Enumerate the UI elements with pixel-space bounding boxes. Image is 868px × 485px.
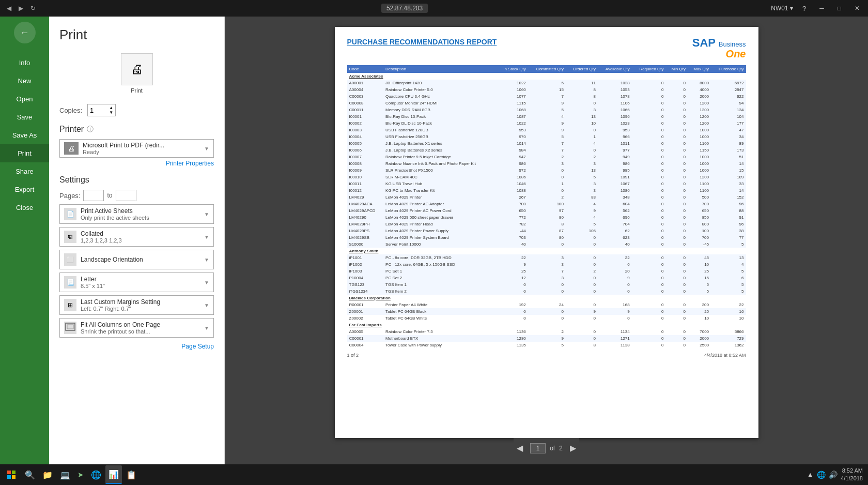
help-icon[interactable]: ? <box>798 4 810 13</box>
print-button[interactable]: 🖨 <box>121 53 153 85</box>
taskbar: 🔍 📁 💻 ➤ 🌐 📊 📋 ▲ 🌐 🔊 8:52 AM 4/1/2018 <box>0 464 868 485</box>
ie-taskbar-icon: 🌐 <box>91 470 101 480</box>
col-available: Available Qty <box>598 65 632 73</box>
content-panel: Print 🖨 Print Copies: ▲ ▼ Printer ⓘ 🖨 <box>49 17 225 464</box>
scaling-dropdown-arrow: ▼ <box>204 325 209 331</box>
next-page-button[interactable]: ▶ <box>567 442 579 454</box>
taskbar-tray: ▲ 🌐 🔊 8:52 AM 4/1/2018 <box>807 467 866 483</box>
taskbar-app-computer[interactable]: 💻 <box>57 465 73 484</box>
minimize-button[interactable]: ─ <box>815 4 828 13</box>
col-minqty: Min Qty <box>666 65 688 73</box>
tray-network-icon[interactable]: 🌐 <box>817 471 826 479</box>
pages-row: Pages: to <box>59 190 214 201</box>
printer-icon-box: 🖨 <box>64 142 79 155</box>
maximize-button[interactable]: □ <box>833 4 845 13</box>
setting-sheets-main: Print Active Sheets <box>81 207 200 215</box>
col-committed: Committed Qty <box>528 65 566 73</box>
footer-page: 1 of 2 <box>347 353 359 358</box>
sidebar-item-new[interactable]: New <box>0 72 49 90</box>
sidebar-item-close[interactable]: Close <box>0 199 49 217</box>
sidebar-item-saveas[interactable]: Save As <box>0 126 49 144</box>
setting-collated-sub: 1,2,3 1,2,3 1,2,3 <box>81 237 200 244</box>
title-bar: ◀ ▶ ↻ 52.87.48.203 NW01 ▾ ? ─ □ ✕ <box>0 0 868 17</box>
col-purchaseqty: Purchase Qty <box>711 65 746 73</box>
report-title: PURCHASE RECOMMENDATIONS REPORT <box>347 37 497 47</box>
scaling-icon <box>64 322 76 334</box>
report-title-text: PURCHASE RECOMMENDATIONS REPORT <box>347 38 497 46</box>
table-row: iTGS1234TGS Item 200000055 <box>347 288 746 295</box>
table-row: P10004PC Set 21230900156 <box>347 275 746 281</box>
pages-label: Pages: <box>59 192 80 200</box>
tray-date-text: 4/1/2018 <box>841 475 863 482</box>
pages-from-input[interactable] <box>83 190 104 201</box>
col-instock: In Stock Qty <box>496 65 528 73</box>
setting-margins[interactable]: ⊞ Last Custom Margins Setting Left: 0.7"… <box>59 295 214 315</box>
close-button[interactable]: ✕ <box>850 4 864 13</box>
sidebar-item-save[interactable]: Save <box>0 108 49 126</box>
svg-rect-2 <box>7 471 11 474</box>
setting-print-sheets[interactable]: 📄 Print Active Sheets Only print the act… <box>59 204 214 224</box>
start-button[interactable] <box>2 465 21 484</box>
printer-info: Microsoft Print to PDF (redir... Ready <box>83 142 200 155</box>
printer-icon: 🖨 <box>131 62 143 77</box>
report-header: PURCHASE RECOMMENDATIONS REPORT SAP Busi… <box>347 37 746 59</box>
table-row: A00001JB. Officeprint 142010225111028008… <box>347 80 746 86</box>
nav-of-label: of <box>550 445 555 452</box>
taskbar-app-search[interactable]: 🔍 <box>22 465 38 484</box>
taskbar-app-misc[interactable]: 📋 <box>123 465 140 484</box>
pages-to-input[interactable] <box>116 190 136 201</box>
setting-paper-sub: 8.5" x 11" <box>81 283 200 289</box>
user-label[interactable]: NW01 ▾ <box>771 5 793 12</box>
table-row: Z00001Tablet PC 64GB Black0099002516 <box>347 308 746 315</box>
info-icon[interactable]: ⓘ <box>87 125 94 134</box>
setting-margins-sub: Left: 0.7" Right: 0.7" <box>81 306 200 312</box>
back-icon[interactable]: ◀ <box>4 4 14 13</box>
sidebar-item-open[interactable]: Open <box>0 90 49 108</box>
tray-volume-icon[interactable]: 🔊 <box>829 471 838 479</box>
tray-expand-icon[interactable]: ▲ <box>807 471 814 479</box>
table-row: iP1002PC - 12x core, 64GB, 5 x 150GB SSD… <box>347 261 746 268</box>
table-row: I00005J.B. Laptop Batteries X1 series101… <box>347 140 746 147</box>
setting-sheets-info: Print Active Sheets Only print the activ… <box>81 207 200 221</box>
setting-paper-size[interactable]: 📃 Letter 8.5" x 11" ▼ <box>59 272 214 292</box>
address-bar[interactable]: 52.87.48.203 <box>381 4 428 13</box>
svg-rect-1 <box>67 325 73 329</box>
setting-scaling[interactable]: Fit All Columns on One Page Shrink the p… <box>59 318 214 338</box>
paper-icon: 📃 <box>64 276 76 289</box>
sheets-icon: 📄 <box>64 208 76 220</box>
col-required: Required Qty <box>632 65 666 73</box>
taskbar-app-ie[interactable]: 🌐 <box>88 465 104 484</box>
setting-collated[interactable]: ⿻ Collated 1,2,3 1,2,3 1,2,3 ▼ <box>59 227 214 247</box>
setting-orientation[interactable]: ⬜ Landscape Orientation ▼ <box>59 250 214 269</box>
sidebar-item-export[interactable]: Export <box>0 180 49 199</box>
orientation-dropdown-arrow: ▼ <box>204 257 209 263</box>
svg-rect-3 <box>12 471 16 474</box>
pages-to-label: to <box>107 192 112 199</box>
refresh-icon[interactable]: ↻ <box>28 4 38 13</box>
taskbar-app-fileexplorer[interactable]: 📁 <box>39 465 56 484</box>
sheets-dropdown-arrow: ▼ <box>204 211 209 217</box>
copies-row: Copies: ▲ ▼ <box>59 104 214 116</box>
taskbar-app-arrow[interactable]: ➤ <box>74 465 87 484</box>
copies-spinner[interactable]: ▲ ▼ <box>109 105 113 115</box>
printer-properties-link[interactable]: Printer Properties <box>59 160 214 167</box>
forward-icon[interactable]: ▶ <box>16 4 26 13</box>
prev-page-button[interactable]: ◀ <box>514 442 526 454</box>
sidebar-item-print[interactable]: Print <box>0 144 49 162</box>
table-row: I00010SLR M-CAM 40C1086051091001200109 <box>347 174 746 180</box>
page-setup-link[interactable]: Page Setup <box>59 343 214 350</box>
sidebar-back-button[interactable]: ← <box>14 22 36 43</box>
copies-input[interactable] <box>90 107 104 114</box>
table-row: Z00002Tablet PC 64GB White0000001010 <box>347 315 746 322</box>
table-row: I00004USB Flashdrive 256GB97051966001000… <box>347 133 746 140</box>
table-row: LM40290LeMon 4029 500 sheet paper drawer… <box>347 214 746 221</box>
page-number-input[interactable] <box>530 443 546 453</box>
copies-label: Copies: <box>59 107 82 114</box>
table-group-header: Anthony Smith <box>347 248 746 254</box>
sap-logo-area: SAP Business One <box>692 37 746 59</box>
taskbar-app-excel[interactable]: 📊 <box>105 465 122 484</box>
sidebar-item-info[interactable]: Info <box>0 54 49 72</box>
table-row: LM4029SBLeMon 4029 Printer System Board7… <box>347 234 746 241</box>
sidebar-item-share[interactable]: Share <box>0 162 49 180</box>
printer-selector[interactable]: 🖨 Microsoft Print to PDF (redir... Ready… <box>59 139 214 158</box>
